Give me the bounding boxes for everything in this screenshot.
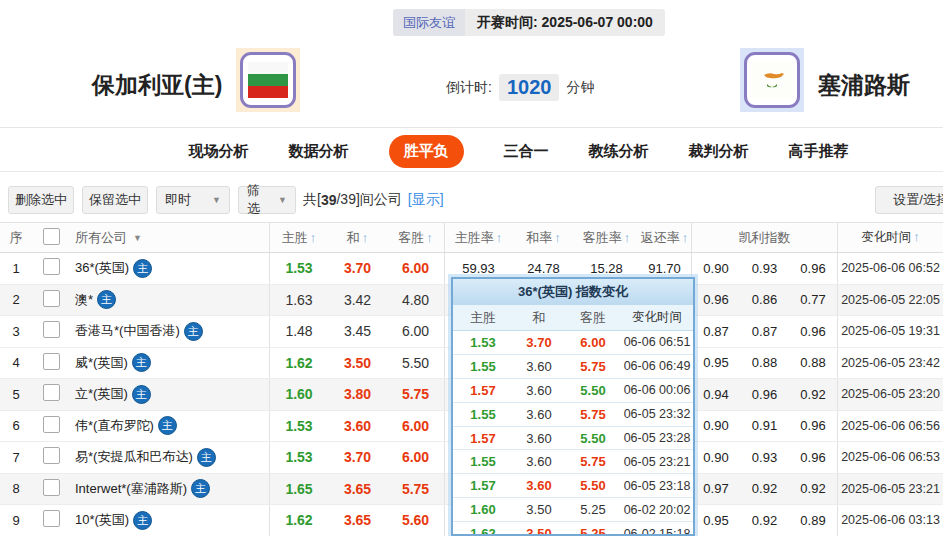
kelly-cell: 0.96 [740,387,789,402]
home-odds: 1.62 [270,512,328,528]
delete-selected-button[interactable]: 删除选中 [8,186,74,214]
col-header-draw-rate[interactable]: 和率↑ [512,229,575,247]
home-badge-icon[interactable]: 主 [197,448,216,467]
popup-away-odds: 5.25 [565,526,621,536]
live-odds-dropdown[interactable]: 即时 ▼ [156,186,230,214]
col-header-no: 序 [0,229,32,247]
away-odds: 5.75 [387,379,445,410]
change-time-cell: 2025-06-06 06:56 [838,419,943,433]
popup-change-time: 06-05 23:18 [621,479,693,493]
home-badge-icon[interactable]: 主 [133,259,152,278]
company-cell[interactable]: 10*(英国)主 [70,505,270,536]
popup-change-time: 06-05 23:28 [621,431,693,445]
row-checkbox[interactable] [43,416,60,433]
row-checkbox[interactable] [43,258,60,275]
col-header-home[interactable]: 主胜↑ [270,229,328,247]
col-header-home-rate-label: 主胜率 [455,230,494,245]
row-checkbox-cell [32,447,70,467]
home-badge-icon[interactable]: 主 [97,290,116,309]
odds-change-popup: 36*(英国) 指数变化 主胜和客胜变化时间 1.533.706.0006-06… [451,277,695,536]
home-badge-icon[interactable]: 主 [184,322,203,341]
settings-button[interactable]: 设置/选择 [875,186,943,214]
table-header-row: 序 所有公司 ▼ 主胜↑ 和↑ 客胜↑ 主胜率↑ 和率↑ 客胜率↑ 返还率↑ 凯… [0,222,943,253]
row-checkbox[interactable] [43,321,60,338]
draw-odds: 3.65 [328,481,387,497]
company-cell[interactable]: Interwet*(塞浦路斯)主 [70,474,270,505]
kelly-cell: 0.87 [740,324,789,339]
company-cell[interactable]: 立*(英国)主 [70,379,270,410]
tab-2[interactable]: 数据分析 [289,142,349,161]
col-header-away-label: 客胜 [398,229,424,247]
home-badge-icon[interactable]: 主 [133,511,152,530]
company-cell[interactable]: 36*(英国)主 [70,253,270,284]
col-header-away[interactable]: 客胜↑ [387,223,445,252]
table-toolbar: 删除选中 保留选中 即时 ▼ 筛选 ▼ 共[39/39]间公司 [显示] 设置/… [0,186,943,214]
row-checkbox[interactable] [43,290,60,307]
kelly-cell: 0.90 [692,261,740,276]
col-header-payout-rate[interactable]: 返还率↑ [638,223,692,252]
company-name: 易*(安提瓜和巴布达) [75,448,193,466]
col-header-home-label: 主胜 [282,230,308,245]
popup-col-header: 变化时间 [621,309,693,326]
row-checkbox[interactable] [43,353,60,370]
col-header-time[interactable]: 变化时间↑ [838,229,943,246]
row-checkbox[interactable] [43,479,60,496]
kelly-cell: 0.77 [789,285,838,316]
company-name: 澳* [75,291,93,309]
popup-row: 1.553.605.7506-05 23:21 [453,450,693,474]
home-badge-icon[interactable]: 主 [132,353,151,372]
kickoff-label: 开赛时间: [477,14,538,30]
sort-asc-icon: ↑ [426,230,433,245]
row-checkbox[interactable] [43,384,60,401]
popup-draw-odds: 3.50 [513,502,565,517]
change-time-cell: 2025-06-06 03:13 [838,513,943,527]
company-cell[interactable]: 威*(英国)主 [70,348,270,379]
rate-cell: 59.93 [445,261,512,276]
draw-odds: 3.42 [328,292,387,308]
tab-6[interactable]: 裁判分析 [689,142,749,161]
tab-7[interactable]: 高手推荐 [789,142,849,161]
row-checkbox-cell [32,510,70,530]
row-checkbox[interactable] [43,510,60,527]
company-name: 香港马*(中国香港) [75,322,180,340]
home-badge-icon[interactable]: 主 [132,385,151,404]
sort-asc-icon: ↑ [496,230,503,245]
countdown-value: 1020 [499,74,560,101]
row-checkbox[interactable] [43,447,60,464]
popup-away-odds: 5.50 [565,431,621,446]
company-cell[interactable]: 香港马*(中国香港)主 [70,316,270,347]
popup-row: 1.553.605.7506-05 23:32 [453,403,693,427]
company-cell[interactable]: 易*(安提瓜和巴布达)主 [70,442,270,473]
popup-home-odds: 1.62 [453,526,513,536]
tab-5[interactable]: 教练分析 [589,142,649,161]
home-badge-icon[interactable]: 主 [191,479,210,498]
show-link[interactable]: [显示] [408,191,444,209]
popup-row: 1.573.605.5006-05 23:28 [453,427,693,451]
col-header-away-rate[interactable]: 客胜率↑ [575,229,638,247]
select-all-checkbox[interactable] [43,228,60,245]
kelly-cell: 0.90 [692,450,740,465]
home-odds: 1.60 [270,386,328,402]
row-number: 3 [0,324,32,339]
col-header-company[interactable]: 所有公司 ▼ [70,223,270,252]
tab-1[interactable]: 现场分析 [189,142,249,161]
popup-row: 1.573.605.5006-05 23:18 [453,474,693,498]
company-name: 36*(英国) [75,259,129,277]
kelly-cell: 0.96 [789,442,838,473]
filter-dropdown[interactable]: 筛选 ▼ [238,186,296,214]
col-header-draw[interactable]: 和↑ [328,229,387,247]
company-name: 立*(英国) [75,385,128,403]
popup-draw-odds: 3.70 [513,335,565,350]
kickoff-time: 开赛时间: 2025-06-07 00:00 [465,14,665,32]
row-number: 9 [0,513,32,528]
company-cell[interactable]: 澳*主 [70,285,270,316]
col-header-home-rate[interactable]: 主胜率↑ [445,229,512,247]
tab-3[interactable]: 胜平负 [389,135,464,168]
company-cell[interactable]: 伟*(直布罗陀)主 [70,411,270,442]
keep-selected-button[interactable]: 保留选中 [82,186,148,214]
home-badge-icon[interactable]: 主 [158,416,177,435]
analysis-tabs: 现场分析数据分析胜平负三合一教练分析裁判分析高手推荐 [47,133,943,169]
tab-4[interactable]: 三合一 [504,142,549,161]
change-time-cell: 2025-06-05 23:20 [838,387,943,401]
kelly-cell: 0.96 [789,411,838,442]
